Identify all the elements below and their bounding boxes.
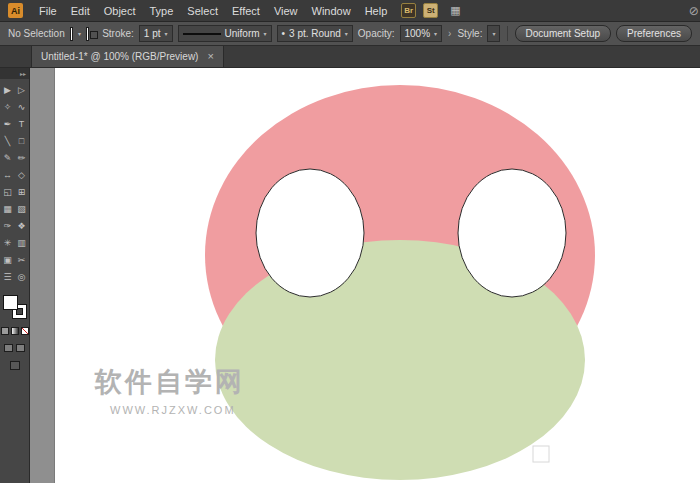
close-icon[interactable]: × xyxy=(207,51,213,62)
fill-color-swatch[interactable] xyxy=(70,27,73,41)
menu-effect[interactable]: Effect xyxy=(225,0,267,22)
chevron-down-icon: ▾ xyxy=(492,30,495,37)
style-label: Style: xyxy=(457,28,482,39)
pen-tool[interactable]: ✒ xyxy=(1,115,15,132)
brush-bullet-icon: • xyxy=(282,28,286,39)
chevron-down-icon: ▾ xyxy=(264,30,267,37)
menu-type[interactable]: Type xyxy=(143,0,181,22)
chevron-down-icon: ▾ xyxy=(434,30,437,37)
canvas-pasteboard[interactable]: 软件自学网 WWW.RJZXW.COM xyxy=(30,68,700,483)
draw-normal-button[interactable] xyxy=(4,344,13,352)
rectangle-tool[interactable]: □ xyxy=(15,132,29,149)
selection-status: No Selection xyxy=(8,28,65,39)
sync-disabled-icon[interactable]: ⊘ xyxy=(689,4,699,18)
fill-swatch[interactable] xyxy=(3,295,18,310)
color-button[interactable] xyxy=(1,327,9,335)
symbol-sprayer-tool[interactable]: ✳ xyxy=(1,234,15,251)
shape-builder-tool[interactable]: ◱ xyxy=(1,183,15,200)
main-area: ▸▸ ▶▷✧∿✒T╲□✎✏↔◇◱⊞▦▧✑❖✳▥▣✂☰◎ xyxy=(0,68,700,483)
artboard[interactable]: 软件自学网 WWW.RJZXW.COM xyxy=(55,68,700,483)
document-tab[interactable]: Untitled-1* @ 100% (RGB/Preview) × xyxy=(31,46,224,67)
width-tool[interactable]: ↔ xyxy=(1,166,15,183)
perspective-grid-tool[interactable]: ⊞ xyxy=(15,183,29,200)
stroke-width-value: 1 pt xyxy=(144,28,161,39)
width-profile-line-icon xyxy=(183,33,221,35)
preferences-button[interactable]: Preferences xyxy=(616,25,692,42)
blend-tool[interactable]: ❖ xyxy=(15,217,29,234)
line-segment-tool[interactable]: ╲ xyxy=(1,132,15,149)
illustrator-window: Ai FileEditObjectTypeSelectEffectViewWin… xyxy=(0,0,700,483)
magic-wand-tool[interactable]: ✧ xyxy=(1,98,15,115)
left-eye-shape[interactable] xyxy=(256,169,364,297)
tool-grid: ▶▷✧∿✒T╲□✎✏↔◇◱⊞▦▧✑❖✳▥▣✂☰◎ xyxy=(1,81,29,285)
opacity-dropdown[interactable]: 100% ▾ xyxy=(400,25,443,42)
color-mode-row xyxy=(1,327,29,335)
menu-items: FileEditObjectTypeSelectEffectViewWindow… xyxy=(32,0,394,21)
width-profile-dropdown[interactable]: Uniform ▾ xyxy=(178,25,272,42)
stroke-width-dropdown[interactable]: 1 pt ▾ xyxy=(139,25,173,42)
document-setup-button[interactable]: Document Setup xyxy=(515,25,612,42)
opacity-value: 100% xyxy=(405,28,431,39)
menu-bar: Ai FileEditObjectTypeSelectEffectViewWin… xyxy=(0,0,700,22)
zoom-tool[interactable]: ◎ xyxy=(15,268,29,285)
fill-chevron-icon[interactable]: ▾ xyxy=(78,30,81,37)
menu-object[interactable]: Object xyxy=(97,0,143,22)
width-profile-value: Uniform xyxy=(225,28,260,39)
app-logo-icon: Ai xyxy=(8,3,23,18)
opacity-label: Opacity: xyxy=(358,28,395,39)
menu-view[interactable]: View xyxy=(267,0,305,22)
menu-file[interactable]: File xyxy=(32,0,64,22)
stock-badge-icon[interactable]: St xyxy=(423,3,438,18)
menu-edit[interactable]: Edit xyxy=(64,0,97,22)
mesh-tool[interactable]: ▦ xyxy=(1,200,15,217)
lasso-tool[interactable]: ∿ xyxy=(15,98,29,115)
free-transform-tool[interactable]: ◇ xyxy=(15,166,29,183)
chevron-down-icon: ▾ xyxy=(345,30,348,37)
right-eye-shape[interactable] xyxy=(458,169,566,297)
paintbrush-tool[interactable]: ✎ xyxy=(1,149,15,166)
pencil-tool[interactable]: ✏ xyxy=(15,149,29,166)
menu-select[interactable]: Select xyxy=(180,0,225,22)
document-tab-bar: Untitled-1* @ 100% (RGB/Preview) × xyxy=(0,46,700,68)
hand-tool[interactable]: ☰ xyxy=(1,268,15,285)
document-tab-title: Untitled-1* @ 100% (RGB/Preview) xyxy=(41,51,198,62)
workspace-switcher-icon[interactable]: ▦ xyxy=(450,4,460,17)
menu-window[interactable]: Window xyxy=(305,0,358,22)
slice-tool[interactable]: ✂ xyxy=(15,251,29,268)
artboard-tool[interactable]: ▣ xyxy=(1,251,15,268)
style-dropdown[interactable]: ▾ xyxy=(487,25,500,42)
direct-selection-tool[interactable]: ▷ xyxy=(15,81,29,98)
screen-mode-button[interactable] xyxy=(10,361,20,370)
selection-tool[interactable]: ▶ xyxy=(1,81,15,98)
gradient-tool[interactable]: ▧ xyxy=(15,200,29,217)
none-button[interactable] xyxy=(21,327,29,335)
menu-help[interactable]: Help xyxy=(358,0,395,22)
white-square-shape[interactable] xyxy=(533,446,549,462)
bridge-badge-icon[interactable]: Br xyxy=(401,3,416,18)
gradient-button[interactable] xyxy=(11,327,19,335)
draw-mode-row xyxy=(4,344,25,352)
brush-value: 3 pt. Round xyxy=(289,28,341,39)
column-graph-tool[interactable]: ▥ xyxy=(15,234,29,251)
fill-stroke-widget xyxy=(3,295,27,319)
artwork xyxy=(55,68,700,483)
stroke-color-swatch[interactable] xyxy=(86,27,89,41)
chevron-right-icon[interactable]: › xyxy=(447,28,452,39)
draw-behind-button[interactable] xyxy=(16,344,25,352)
tools-panel: ▸▸ ▶▷✧∿✒T╲□✎✏↔◇◱⊞▦▧✑❖✳▥▣✂☰◎ xyxy=(0,68,30,483)
eyedropper-tool[interactable]: ✑ xyxy=(1,217,15,234)
chevron-down-icon: ▾ xyxy=(165,30,168,37)
panel-collapse-icon[interactable]: ▸▸ xyxy=(0,68,29,79)
type-tool[interactable]: T xyxy=(15,115,29,132)
stroke-label: Stroke: xyxy=(102,28,134,39)
brush-dropdown[interactable]: • 3 pt. Round ▾ xyxy=(277,25,353,42)
control-bar: No Selection ▾ ▾ Stroke: 1 pt ▾ Uniform … xyxy=(0,22,700,46)
